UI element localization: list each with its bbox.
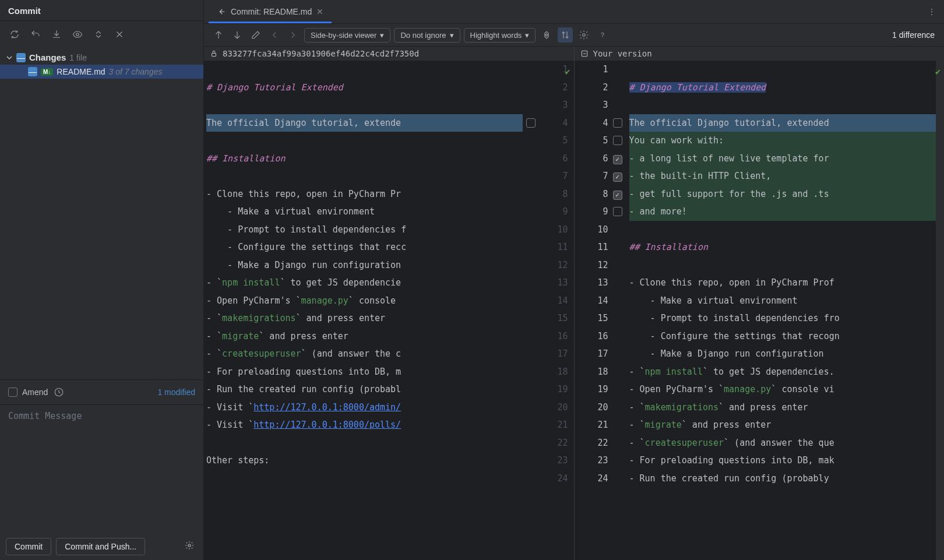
code-line: - Open PyCharm's `manage.py` console [206, 292, 523, 310]
code-line: - `migrate` and press enter [206, 327, 523, 346]
highlight-dropdown[interactable]: Highlight words▾ [464, 28, 536, 43]
code-line: - get full support for the .js and .ts [629, 185, 936, 203]
chevron-down-icon: ▾ [380, 31, 384, 40]
code-line: - Run the created run config (probably [629, 470, 936, 488]
commit-message-input[interactable]: Commit Message [0, 404, 203, 533]
line-checkbox[interactable] [613, 118, 622, 128]
code-line [629, 96, 936, 114]
file-name: README.md [57, 67, 105, 76]
code-line: - Make a Django run configuration [206, 256, 523, 274]
code-line: - For preloading questions into DB, m [206, 363, 523, 381]
chevron-down-icon: ▾ [525, 31, 529, 40]
code-line: - Configure the settings that recogn [629, 327, 936, 346]
tab-bar: Commit: README.md ✕ ⋮ [204, 0, 944, 23]
lock-icon [210, 50, 218, 58]
commit-message-placeholder: Commit Message [8, 411, 82, 421]
version-right-label: Your version [593, 49, 652, 58]
amend-row: Amend 1 modified [0, 379, 203, 404]
code-line: ## Installation [629, 238, 936, 256]
collapse-icon[interactable] [539, 27, 554, 43]
expand-icon[interactable] [92, 28, 105, 41]
amend-checkbox[interactable] [8, 388, 17, 397]
svg-point-3 [583, 34, 586, 37]
status-ok-icon: ✔ [935, 63, 941, 81]
refresh-icon[interactable] [8, 28, 21, 41]
file-count: 1 file [69, 53, 87, 62]
commit-tab-icon [217, 7, 226, 16]
code-line: - Open PyCharm's `manage.py` console vi [629, 381, 936, 399]
next-diff-icon[interactable] [230, 27, 245, 43]
ignore-dropdown[interactable]: Do not ignore▾ [394, 28, 460, 43]
code-line: - the built-in HTTP Client, [629, 167, 936, 185]
commit-settings-icon[interactable] [181, 537, 198, 555]
changes-tree: — Changes 1 file — M↓ README.md 3 of 7 c… [0, 48, 203, 379]
commit-button[interactable]: Commit [6, 538, 51, 555]
eye-icon[interactable] [71, 28, 84, 41]
changes-node[interactable]: — Changes 1 file [0, 50, 203, 65]
svg-text:?: ? [601, 31, 604, 38]
code-line: - `createsuperuser` (and answer the que [629, 434, 936, 452]
code-line: - Clone this repo, open in PyCharm Pr [206, 185, 523, 203]
version-right: Your version [574, 47, 945, 61]
commit-and-push-button[interactable]: Commit and Push... [56, 538, 145, 555]
code-line: - `makemigrations` and press enter [629, 399, 936, 417]
tab-menu-icon[interactable]: ⋮ [920, 7, 944, 16]
svg-point-2 [188, 544, 191, 547]
gear-icon[interactable] [576, 27, 591, 43]
code-line [206, 61, 523, 79]
commit-panel: Commit — Changes 1 file — M↓ README.md 3… [0, 0, 204, 560]
history-icon[interactable] [52, 386, 65, 399]
file-checkbox[interactable]: — [28, 67, 37, 76]
diff-panel: Commit: README.md ✕ ⋮ Side-by-side viewe… [204, 0, 944, 560]
code-line [629, 61, 936, 79]
tab-close-icon[interactable]: ✕ [316, 7, 323, 16]
code-line: - Run the created run config (probabl [206, 381, 523, 399]
download-icon[interactable] [50, 28, 63, 41]
forward-icon[interactable] [286, 27, 301, 43]
amend-label: Amend [22, 388, 48, 397]
code-line: - `npm install` to get JS dependencies. [629, 363, 936, 381]
code-line: The official Django tutorial, extende [206, 114, 523, 132]
code-line: - Make a virtual environment [206, 203, 523, 221]
code-line: # Django Tutorial Extended [206, 79, 523, 97]
code-line [206, 434, 523, 452]
diff-toolbar: Side-by-side viewer▾ Do not ignore▾ High… [204, 23, 944, 46]
code-line: - Prompt to install dependencies fro [629, 309, 936, 327]
line-checkbox[interactable]: ✓ [613, 155, 622, 164]
line-checkbox[interactable]: ✓ [613, 172, 622, 182]
sync-scroll-icon[interactable] [558, 27, 573, 43]
code-line [206, 132, 523, 150]
back-icon[interactable] [267, 27, 282, 43]
code-line [206, 470, 523, 488]
code-line [206, 167, 523, 185]
version-bar: 833277fca34af99a301906ef46d22c4cd2f7350d… [204, 46, 944, 61]
minimap[interactable] [936, 61, 944, 560]
code-line: - `makemigrations` and press enter [206, 309, 523, 327]
line-checkbox[interactable] [613, 136, 622, 145]
commit-buttons: Commit Commit and Push... [0, 533, 203, 560]
chevron-down-icon [6, 54, 13, 61]
line-checkbox[interactable] [613, 207, 622, 216]
line-checkbox[interactable]: ✓ [613, 191, 622, 200]
code-line: You can work with: [629, 132, 936, 150]
tab-commit-readme[interactable]: Commit: README.md ✕ [209, 0, 332, 23]
line-checkbox[interactable] [526, 118, 536, 128]
changes-checkbox[interactable]: — [16, 53, 26, 62]
file-row-readme[interactable]: — M↓ README.md 3 of 7 changes [0, 65, 203, 79]
modified-count[interactable]: 1 modified [157, 388, 195, 397]
viewer-mode-dropdown[interactable]: Side-by-side viewer▾ [304, 28, 390, 43]
undo-icon[interactable] [29, 28, 42, 41]
edit-icon[interactable] [248, 27, 263, 43]
code-line: Other steps: [206, 452, 523, 470]
diff-left[interactable]: ✔ # Django Tutorial Extended The officia… [204, 61, 574, 560]
code-line: - Clone this repo, open in PyCharm Prof [629, 274, 936, 292]
close-icon[interactable] [113, 28, 126, 41]
help-icon[interactable]: ? [595, 27, 610, 43]
diff-right[interactable]: 123456789101112131415161718192021222324 … [575, 61, 945, 560]
version-hash: 833277fca34af99a301906ef46d22c4cd2f7350d [223, 49, 419, 58]
code-line [206, 96, 523, 114]
prev-diff-icon[interactable] [211, 27, 226, 43]
code-line: - and more! [629, 203, 936, 221]
svg-rect-6 [212, 53, 216, 56]
code-line: - `npm install` to get JS dependencie [206, 274, 523, 292]
